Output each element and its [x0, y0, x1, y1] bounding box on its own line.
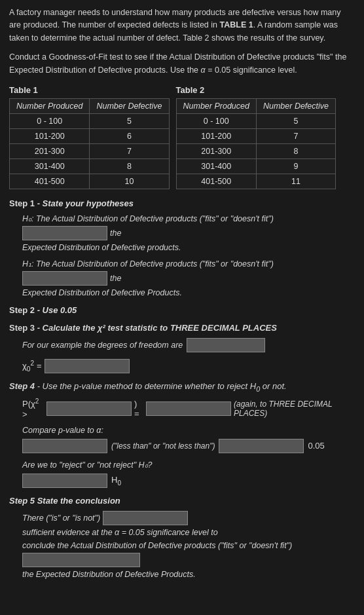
pvalue-line: P(χ2 > ) = (again, to THREE DECIMAL PLAC… — [9, 398, 355, 419]
intro-para1: A factory manager needs to understand ho… — [9, 7, 355, 45]
h1-prefix: H₁: The Actual Distribution of Defective… — [22, 259, 274, 269]
table-row: 0 - 1005 — [176, 113, 336, 128]
table2-label: Table 2 — [176, 83, 337, 97]
pvalue-hint: (again, to THREE DECIMAL PLACES) — [234, 400, 355, 418]
compare-inputs-row: ("less than" or "not less than") 0.05 — [9, 439, 355, 453]
table-row: 101-2007 — [176, 128, 336, 143]
compare-alpha-val: 0.05 — [308, 441, 324, 451]
conclude-input[interactable] — [22, 553, 140, 567]
table1: Number Produced Number Defective 0 - 100… — [9, 98, 170, 189]
compare-hint: ("less than" or "not less than") — [111, 441, 215, 451]
chi-symbol: χ02 — [22, 360, 34, 373]
hypothesis-block: H₀: The Actual Distribution of Defective… — [9, 214, 355, 297]
step1-section: Step 1 - State your hypotheses H₀: The A… — [9, 198, 355, 297]
reject-answer-input[interactable] — [22, 474, 107, 488]
table-row: 301-4009 — [176, 158, 336, 174]
h1-line: H₁: The Actual Distribution of Defective… — [22, 259, 355, 286]
table1-label: Table 1 — [9, 83, 170, 97]
conclusion-line2: conclude the Actual Distribution of Defe… — [22, 541, 355, 567]
step5-section: Step 5 State the conclusion There ("is" … — [9, 496, 355, 579]
compare-second-input[interactable] — [219, 439, 304, 453]
there-pre: There ("is" or "is not") — [22, 513, 100, 523]
table-row: 201-3007 — [10, 143, 170, 158]
conclusion-line1: There ("is" or "is not") sufficient evid… — [22, 511, 355, 537]
h0-continuation: Expected Distribution of Defective produ… — [22, 243, 355, 252]
conclusion-block: There ("is" or "is not") sufficient evid… — [9, 511, 355, 579]
freedom-text: For our example the degrees of freedom a… — [22, 341, 183, 350]
h0-reject-label: H0 — [111, 475, 121, 487]
h0-line: H₀: The Actual Distribution of Defective… — [22, 214, 355, 240]
pvalue-chi-input[interactable] — [46, 401, 132, 416]
table-row: 0 - 1005 — [10, 113, 170, 128]
table-row: 401-50010 — [10, 174, 170, 189]
compare-value-input[interactable] — [22, 439, 107, 453]
table2: Number Produced Number Defective 0 - 100… — [176, 98, 337, 189]
h1-input[interactable] — [22, 271, 107, 286]
chi-equals: = — [37, 361, 42, 371]
step3-section: Step 3 - Calculate the χ² test statistic… — [9, 323, 355, 373]
there-input[interactable] — [103, 511, 188, 525]
step2-section: Step 2 - Use 0.05 — [9, 305, 355, 315]
h0-prefix: H₀: The Actual Distribution of Defective… — [22, 214, 274, 223]
h1-suffix: the — [110, 274, 121, 283]
table-row: 301-4008 — [10, 158, 170, 174]
pvalue-pre: P(χ2 > — [22, 398, 44, 419]
step1-title: Step 1 - State your hypotheses — [9, 198, 355, 208]
pvalue-eq: ) = — [134, 399, 143, 419]
reject-question: Are we to "reject" or "not reject" H₀? — [9, 460, 355, 470]
table1-wrapper: Table 1 Number Produced Number Defective… — [9, 83, 170, 189]
h0-suffix: the — [110, 229, 121, 238]
degrees-freedom-input[interactable] — [187, 338, 265, 352]
step5-title: Step 5 State the conclusion — [9, 496, 355, 506]
h1-continuation: Expected Distribution of Defective Produ… — [22, 288, 355, 297]
compare-label: Compare p-value to α: — [9, 426, 355, 435]
step4-section: Step 4 - Use the p-value method to deter… — [9, 381, 355, 488]
intro-para2: Conduct a Goodness-of-Fit test to see if… — [9, 51, 355, 77]
chi-value-input[interactable] — [45, 359, 130, 373]
step2-title: Step 2 - Use 0.05 — [9, 305, 355, 315]
table2-header-produced: Number Produced — [176, 98, 256, 113]
step3-title: Step 3 - Calculate the χ² test statistic… — [9, 323, 355, 333]
table-row: 201-3008 — [176, 143, 336, 158]
table-row: 101-2006 — [10, 128, 170, 143]
conclude-pre: conclude the Actual Distribution of Defe… — [22, 541, 292, 550]
there-mid: sufficient evidence at the α = 0.05 sign… — [22, 528, 218, 537]
table2-header-defective: Number Defective — [256, 98, 335, 113]
table2-wrapper: Table 2 Number Produced Number Defective… — [176, 83, 337, 189]
pvalue-result-input[interactable] — [146, 401, 231, 416]
h0-input[interactable] — [22, 226, 107, 240]
conclusion-line3: the Expected Distribution of Defective P… — [22, 570, 355, 579]
tables-row: Table 1 Number Produced Number Defective… — [9, 83, 355, 189]
table1-header-defective: Number Defective — [90, 98, 169, 113]
table-row: 401-50011 — [176, 174, 336, 189]
freedom-line: For our example the degrees of freedom a… — [9, 338, 355, 352]
chi-line: χ02 = — [9, 359, 355, 373]
table1-header-produced: Number Produced — [10, 98, 90, 113]
step4-title: Step 4 - Use the p-value method to deter… — [9, 381, 355, 393]
reject-line: H0 — [9, 474, 355, 488]
